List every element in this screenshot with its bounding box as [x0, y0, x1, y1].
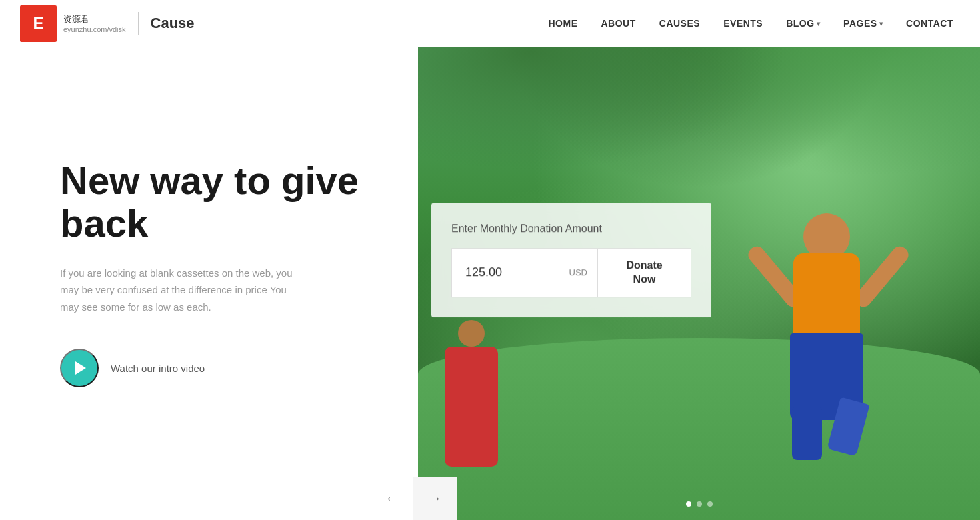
logo-chinese: 资源君: [63, 13, 126, 25]
donation-row: USD Donate Now: [451, 248, 691, 297]
child-leg-left: [792, 407, 822, 460]
nav-pages[interactable]: PAGES ▾: [843, 18, 883, 29]
right-panel: Enter Monthly Donation Amount USD Donate…: [418, 0, 980, 520]
play-icon: [75, 361, 86, 375]
blog-dropdown-icon: ▾: [817, 20, 821, 27]
nav-home[interactable]: HOME: [549, 18, 578, 29]
main-content: New way to give back If you are looking …: [0, 0, 980, 520]
child-background-left: [445, 347, 498, 467]
child-head-1: [458, 320, 485, 347]
nav-causes[interactable]: CAUSES: [659, 18, 700, 29]
currency-label: USD: [569, 268, 597, 278]
child-figure-1: [445, 347, 498, 467]
next-arrow-button[interactable]: →: [413, 477, 457, 520]
pages-dropdown-icon: ▾: [879, 20, 883, 27]
logo-url: eyunzhu.com/vdisk: [63, 25, 126, 33]
prev-arrow-button[interactable]: ←: [370, 477, 413, 520]
header: E 资源君 eyunzhu.com/vdisk Cause HOME ABOUT…: [0, 0, 980, 47]
nav-contact[interactable]: CONTACT: [906, 18, 953, 29]
logo-separator: [138, 12, 139, 35]
dot-2[interactable]: [697, 501, 702, 507]
hero-image: Enter Monthly Donation Amount USD Donate…: [418, 0, 980, 520]
hero-description: If you are looking at blank cassettes on…: [60, 265, 300, 316]
logo-area: E 资源君 eyunzhu.com/vdisk Cause: [0, 5, 195, 42]
child-main: [753, 200, 900, 480]
video-btn-area: Watch our intro video: [60, 349, 378, 387]
logo-text-area: 资源君 eyunzhu.com/vdisk: [63, 13, 126, 33]
dot-1[interactable]: [686, 501, 691, 507]
nav-arrows: ← →: [370, 477, 457, 520]
nav-blog[interactable]: BLOG ▾: [786, 18, 820, 29]
video-label: Watch our intro video: [111, 363, 205, 374]
donate-line2: Now: [633, 273, 656, 287]
donation-amount-input[interactable]: [452, 254, 569, 292]
child-torso: [793, 253, 860, 340]
left-panel: New way to give back If you are looking …: [0, 0, 418, 520]
logo-box: E: [20, 5, 57, 42]
scroll-dots: [686, 501, 713, 507]
main-nav: HOME ABOUT CAUSES EVENTS BLOG ▾ PAGES ▾ …: [549, 18, 981, 29]
logo-brand: Cause: [151, 15, 195, 32]
donate-line1: Donate: [626, 259, 662, 273]
logo-letter: E: [33, 14, 43, 33]
hero-title: New way to give back: [60, 159, 378, 245]
dot-3[interactable]: [707, 501, 713, 507]
nav-events[interactable]: EVENTS: [723, 18, 763, 29]
donation-label: Enter Monthly Donation Amount: [451, 223, 691, 235]
donate-now-button[interactable]: Donate Now: [598, 248, 691, 297]
donation-input-wrap: USD: [451, 248, 598, 297]
donation-widget: Enter Monthly Donation Amount USD Donate…: [431, 203, 711, 317]
nav-about[interactable]: ABOUT: [601, 18, 636, 29]
play-button[interactable]: [60, 349, 99, 387]
